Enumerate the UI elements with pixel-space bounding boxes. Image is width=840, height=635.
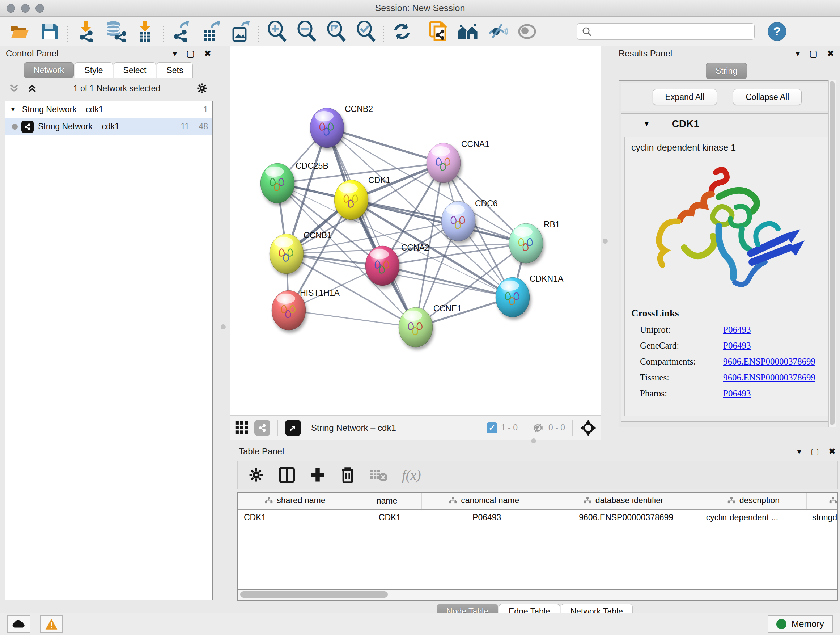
network-edge[interactable] <box>327 128 444 163</box>
panel-float-icon[interactable]: ▢ <box>811 447 819 456</box>
selected-checkbox-icon[interactable]: ✓ <box>486 423 497 433</box>
cloud-status-button[interactable] <box>7 616 30 633</box>
grid-view-icon[interactable] <box>235 421 249 435</box>
birds-eye-icon[interactable] <box>580 420 597 436</box>
import-table-file-button[interactable] <box>130 19 160 44</box>
table-horizontal-scrollbar[interactable] <box>237 590 838 600</box>
show-columns-icon[interactable] <box>278 466 295 484</box>
panel-float-icon[interactable]: ▢ <box>809 49 818 58</box>
expand-all-icon[interactable] <box>27 83 38 94</box>
gear-icon[interactable] <box>196 82 208 95</box>
pharos-link[interactable]: P06493 <box>723 388 751 399</box>
collapse-all-button[interactable]: Collapse All <box>733 89 802 105</box>
network-canvas[interactable]: CCNB2CCNA1CDC25BCDK1CDC6RB1CCNB1CCNA2CDK… <box>231 46 601 415</box>
col-description[interactable]: description <box>700 493 807 509</box>
network-node[interactable]: HIST1H1A <box>272 288 340 330</box>
col-shared-name[interactable]: shared name <box>238 493 352 509</box>
network-row[interactable]: String Network – cdk1 11 48 <box>5 118 212 135</box>
network-node[interactable]: CCNE1 <box>399 304 462 347</box>
collapse-all-icon[interactable] <box>9 83 19 94</box>
cell-description[interactable]: cyclin-dependent ... <box>700 509 807 525</box>
splitter-handle[interactable] <box>603 239 608 244</box>
crosslink-label: Tissues: <box>640 372 723 383</box>
panel-close-icon[interactable]: ✖ <box>204 49 211 58</box>
save-session-button[interactable] <box>35 19 65 44</box>
uniprot-link[interactable]: P06493 <box>723 325 751 335</box>
cell-name[interactable]: CDK1 <box>352 509 422 525</box>
open-in-browser-icon[interactable] <box>285 420 301 436</box>
preview-button[interactable] <box>512 19 542 44</box>
network-share-icon[interactable] <box>254 420 270 436</box>
tab-sets[interactable]: Sets <box>156 62 193 78</box>
section-collapse-icon[interactable]: ▼ <box>643 120 650 128</box>
network-edge[interactable] <box>327 128 416 327</box>
cloud-icon <box>12 619 26 630</box>
export-image-button[interactable] <box>226 19 256 44</box>
apply-layout-button[interactable] <box>387 19 417 44</box>
zoom-selected-button[interactable] <box>351 19 381 44</box>
zoom-out-button[interactable] <box>292 19 321 44</box>
panel-menu-icon[interactable]: ▾ <box>796 49 800 58</box>
cell-shared-name[interactable]: CDK1 <box>238 509 352 525</box>
window-controls[interactable] <box>6 4 44 13</box>
expand-all-button[interactable]: Expand All <box>653 89 717 105</box>
memory-button[interactable]: Memory <box>767 616 833 633</box>
import-network-database-button[interactable] <box>101 19 130 44</box>
node-table[interactable]: shared name name canonical name database… <box>237 492 838 590</box>
panel-close-icon[interactable]: ✖ <box>827 49 834 58</box>
import-network-file-button[interactable] <box>71 19 101 44</box>
splitter-handle[interactable] <box>531 439 536 443</box>
collapse-arrow-icon[interactable]: ▼ <box>10 106 16 113</box>
delete-column-icon[interactable] <box>340 466 355 484</box>
col-id[interactable]: @id <box>806 493 838 509</box>
col-database-identifier[interactable]: database identifier <box>546 493 700 509</box>
network-view-title: String Network – cdk1 <box>306 423 482 433</box>
cell-database-identifier[interactable]: 9606.ENSP00000378699 <box>546 509 700 525</box>
clone-network-button[interactable] <box>423 19 453 44</box>
export-table-button[interactable] <box>196 19 226 44</box>
save-session-icon <box>40 22 59 41</box>
cell-canonical-name[interactable]: P06493 <box>422 509 546 525</box>
tab-style[interactable]: Style <box>74 62 112 78</box>
tab-select[interactable]: Select <box>114 62 156 78</box>
zoom-in-icon <box>267 21 287 42</box>
panel-close-icon[interactable]: ✖ <box>829 447 836 456</box>
minimize-window-icon[interactable] <box>21 4 30 13</box>
cell-id[interactable]: stringdb:9... <box>806 509 838 525</box>
zoom-fit-button[interactable] <box>321 19 351 44</box>
hide-panel-button[interactable] <box>483 19 512 44</box>
maximize-window-icon[interactable] <box>35 4 44 13</box>
show-all-panels-button[interactable] <box>453 19 483 44</box>
table-row[interactable]: CDK1 CDK1 P06493 9606.ENSP00000378699 cy… <box>238 509 838 525</box>
splitter-handle[interactable] <box>221 325 226 329</box>
genecard-link[interactable]: P06493 <box>723 340 751 351</box>
tab-string[interactable]: String <box>706 63 747 79</box>
table-settings-gear-icon[interactable] <box>248 467 264 483</box>
network-node[interactable]: CDKN1A <box>496 274 564 317</box>
network-node[interactable]: RB1 <box>509 220 560 263</box>
show-all-panels-icon <box>456 21 479 42</box>
search-container <box>576 23 755 40</box>
panel-menu-icon[interactable]: ▾ <box>172 49 177 58</box>
tissues-link[interactable]: 9606.ENSP00000378699 <box>723 372 815 383</box>
open-session-button[interactable] <box>5 19 35 44</box>
network-collection-row[interactable]: ▼ String Network – cdk1 1 <box>5 101 212 118</box>
compartments-link[interactable]: 9606.ENSP00000378699 <box>723 356 815 367</box>
network-tree: ▼ String Network – cdk1 1 String Network… <box>5 101 213 600</box>
close-window-icon[interactable] <box>6 4 15 13</box>
panel-menu-icon[interactable]: ▾ <box>797 447 801 456</box>
table-header-row[interactable]: shared name name canonical name database… <box>238 493 838 509</box>
search-input[interactable] <box>576 23 755 40</box>
panel-float-icon[interactable]: ▢ <box>186 49 195 58</box>
crosslinks-section: CrossLinks Uniprot:P06493 GeneCard:P0649… <box>631 308 823 399</box>
col-name[interactable]: name <box>352 493 422 509</box>
warnings-button[interactable] <box>40 616 63 633</box>
add-column-icon[interactable] <box>309 467 326 483</box>
help-button[interactable]: ? <box>767 22 786 41</box>
export-network-button[interactable] <box>166 19 196 44</box>
results-scrollbar[interactable] <box>829 80 836 427</box>
col-canonical-name[interactable]: canonical name <box>422 493 546 509</box>
tab-network[interactable]: Network <box>24 62 74 78</box>
zoom-in-button[interactable] <box>262 19 292 44</box>
network-edge[interactable] <box>289 310 416 327</box>
